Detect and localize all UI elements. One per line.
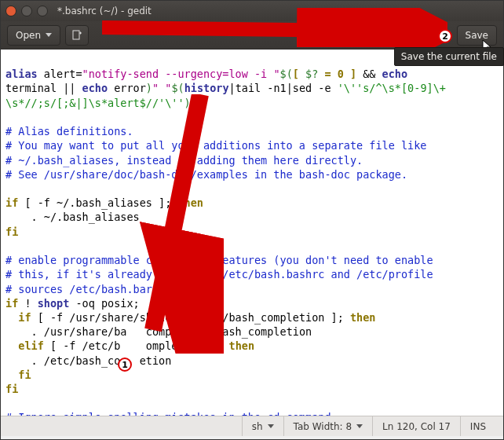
editor-area[interactable]: alias alert="notify-send --urgency=low -… [1, 50, 503, 416]
save-tooltip: Save the current file [394, 47, 504, 66]
maximize-icon[interactable] [37, 6, 48, 16]
chevron-down-icon [46, 33, 52, 37]
open-label: Open [16, 30, 41, 41]
minimize-icon[interactable] [21, 6, 32, 16]
new-document-icon [71, 30, 82, 41]
status-insert-mode[interactable]: INS [461, 416, 495, 436]
chevron-down-icon [268, 424, 274, 428]
window-title: *.bashrc (~/) - gedit [57, 6, 152, 16]
status-position: Ln 120, Col 17 [373, 416, 460, 436]
toolbar: Open Save [1, 21, 503, 50]
svg-rect-0 [73, 31, 79, 39]
open-button[interactable]: Open [7, 25, 60, 46]
new-tab-button[interactable] [65, 25, 89, 46]
close-icon[interactable] [5, 6, 16, 16]
chevron-down-icon [356, 424, 363, 428]
titlebar: *.bashrc (~/) - gedit [1, 1, 503, 21]
status-language[interactable]: sh [243, 416, 283, 436]
status-tab-width[interactable]: Tab Width: 8 [284, 416, 372, 436]
statusbar: sh Tab Width: 8 Ln 120, Col 17 INS [1, 416, 503, 436]
callout-2: 2 [438, 29, 452, 43]
callout-1: 1 [118, 358, 132, 372]
